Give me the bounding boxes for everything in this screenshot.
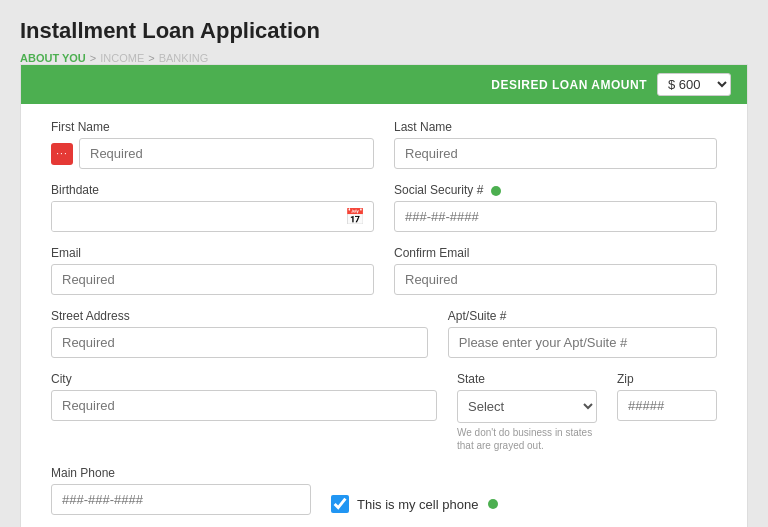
state-note: We don't do business in states that are … (457, 426, 597, 452)
apt-label: Apt/Suite # (448, 309, 717, 323)
page-title: Installment Loan Application (20, 18, 748, 44)
city-state-zip-row: City State Select AL AK AZ CA CO FL TX (51, 372, 717, 452)
email-label: Email (51, 246, 374, 260)
loan-amount-select[interactable]: $ 100 $ 200 $ 300 $ 400 $ 500 $ 600 $ 70… (657, 73, 731, 96)
form-body: First Name ··· Last Name Birthdate (21, 104, 747, 527)
last-name-input[interactable] (394, 138, 717, 169)
breadcrumb-banking: BANKING (159, 52, 209, 64)
main-phone-input[interactable] (51, 484, 311, 515)
address-row: Street Address Apt/Suite # (51, 309, 717, 358)
ssn-group: Social Security # (394, 183, 717, 232)
first-name-label: First Name (51, 120, 374, 134)
first-name-wrapper: ··· (51, 138, 374, 169)
confirm-email-label: Confirm Email (394, 246, 717, 260)
breadcrumb-sep-2: > (148, 52, 154, 64)
zip-label: Zip (617, 372, 717, 386)
loan-amount-label: DESIRED LOAN AMOUNT (491, 78, 647, 92)
street-label: Street Address (51, 309, 428, 323)
city-group: City (51, 372, 437, 452)
email-input[interactable] (51, 264, 374, 295)
apt-input[interactable] (448, 327, 717, 358)
zip-group: Zip (617, 372, 717, 452)
state-select[interactable]: Select AL AK AZ CA CO FL TX (457, 390, 597, 423)
email-group: Email (51, 246, 374, 295)
apt-group: Apt/Suite # (448, 309, 717, 358)
cell-checkbox-row: This is my cell phone (331, 495, 717, 513)
cell-phone-group: This is my cell phone (331, 466, 717, 515)
green-header: DESIRED LOAN AMOUNT $ 100 $ 200 $ 300 $ … (21, 65, 747, 104)
state-group: State Select AL AK AZ CA CO FL TX We don… (457, 372, 597, 452)
phone-row: Main Phone This is my cell phone (51, 466, 717, 515)
red-dots-icon: ··· (51, 143, 73, 165)
breadcrumb: ABOUT YOU > INCOME > BANKING (20, 52, 748, 64)
breadcrumb-about-you: ABOUT YOU (20, 52, 86, 64)
first-name-input[interactable] (79, 138, 374, 169)
cell-phone-checkbox[interactable] (331, 495, 349, 513)
main-phone-group: Main Phone (51, 466, 311, 515)
form-card: DESIRED LOAN AMOUNT $ 100 $ 200 $ 300 $ … (20, 64, 748, 527)
confirm-email-group: Confirm Email (394, 246, 717, 295)
ssn-info-dot (491, 186, 501, 196)
name-row: First Name ··· Last Name (51, 120, 717, 169)
ssn-label: Social Security # (394, 183, 717, 197)
birthdate-ssn-row: Birthdate 📅 Social Security # (51, 183, 717, 232)
city-label: City (51, 372, 437, 386)
last-name-group: Last Name (394, 120, 717, 169)
city-input[interactable] (51, 390, 437, 421)
birthdate-label: Birthdate (51, 183, 374, 197)
email-row: Email Confirm Email (51, 246, 717, 295)
street-input[interactable] (51, 327, 428, 358)
birthdate-group: Birthdate 📅 (51, 183, 374, 232)
birthdate-wrapper: 📅 (51, 201, 374, 232)
birthdate-input[interactable] (52, 202, 337, 231)
zip-input[interactable] (617, 390, 717, 421)
ssn-input[interactable] (394, 201, 717, 232)
state-label: State (457, 372, 597, 386)
main-phone-label: Main Phone (51, 466, 311, 480)
first-name-group: First Name ··· (51, 120, 374, 169)
street-group: Street Address (51, 309, 428, 358)
last-name-label: Last Name (394, 120, 717, 134)
calendar-icon[interactable]: 📅 (337, 203, 373, 230)
cell-phone-label: This is my cell phone (357, 497, 478, 512)
breadcrumb-sep-1: > (90, 52, 96, 64)
breadcrumb-income: INCOME (100, 52, 144, 64)
confirm-email-input[interactable] (394, 264, 717, 295)
cell-info-dot (488, 499, 498, 509)
